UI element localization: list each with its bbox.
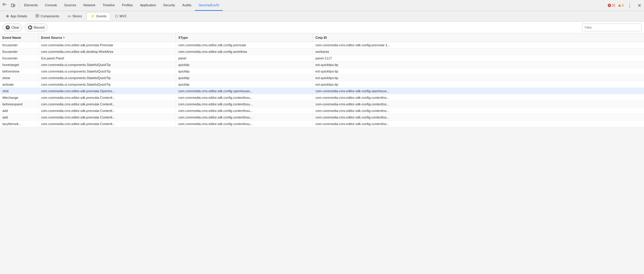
cell-event-name: focusenter	[0, 48, 39, 55]
cell-cmp-id: ext-quicktips-tip	[313, 75, 644, 81]
cell-event-source: com.coremedia.ui.components.StatefulQuic…	[39, 75, 176, 81]
cell-event-source: com.coremedia.cms.editor.sdk.premular.Pr…	[39, 42, 176, 48]
cell-event-source: com.coremedia.cms.editor.sdk.premular.Co…	[39, 121, 176, 127]
tab-sencha[interactable]: Sencha/ExtJS	[195, 0, 223, 11]
svg-rect-9	[38, 14, 39, 16]
cell-event-source: com.coremedia.cms.editor.sdk.premular.Co…	[39, 101, 176, 107]
inspect-element-button[interactable]	[1, 2, 8, 9]
tab-components[interactable]: Components	[32, 12, 63, 20]
top-nav-tabs: Elements Console Sources Network Timelin…	[21, 0, 608, 11]
svg-rect-0	[3, 4, 4, 5]
events-icon: ⚡	[90, 14, 95, 18]
tab-network[interactable]: Network	[80, 0, 99, 11]
table-row[interactable]: focusenter Ext.panel.Panel panel panel-1…	[0, 55, 644, 61]
tab-security[interactable]: Security	[160, 0, 179, 11]
col-header-event-source: Event Source ▾	[39, 33, 176, 41]
cell-xtype: quicktip	[176, 68, 313, 74]
svg-text:✕: ✕	[608, 4, 610, 7]
cell-event-source: com.coremedia.ui.components.StatefulQuic…	[39, 68, 176, 74]
svg-rect-11	[38, 16, 39, 18]
col-header-event-name: Event Name	[0, 33, 39, 41]
col-header-cmp-id: Cmp ID	[313, 33, 644, 41]
table-row[interactable]: add com.coremedia.cms.editor.sdk.premula…	[0, 107, 644, 114]
table-row[interactable]: show com.coremedia.ui.components.Statefu…	[0, 75, 644, 81]
tab-app-details[interactable]: ⊕ App Details	[2, 12, 31, 20]
more-options-button[interactable]: ⋮	[626, 2, 633, 9]
cell-event-name: titlechange	[0, 94, 39, 101]
table-row[interactable]: click com.coremedia.cms.editor.sdk.premu…	[0, 88, 644, 94]
tab-profiles[interactable]: Profiles	[118, 0, 137, 11]
record-icon	[28, 25, 32, 30]
tab-mvc[interactable]: ⬡ MVC	[112, 12, 130, 20]
cell-event-source: com.coremedia.ui.components.StatefulQuic…	[39, 61, 176, 68]
cell-xtype: com.coremedia.cms.editor.sdk.config.prem…	[176, 42, 313, 48]
cell-event-source: com.coremedia.cms.editor.sdk.desktop.Wor…	[39, 48, 176, 55]
table-row[interactable]: lazyItemsA... com.coremedia.cms.editor.s…	[0, 121, 644, 127]
sort-icon: ▾	[63, 36, 65, 39]
cell-event-name: lazyItemsA...	[0, 121, 39, 127]
cell-cmp-id: com-coremedia-cms-editor-sdk-config-prem…	[313, 42, 644, 48]
table-row[interactable]: focusenter com.coremedia.cms.editor.sdk.…	[0, 48, 644, 55]
warning-badge: ! 6	[618, 4, 624, 7]
tab-application[interactable]: Application	[137, 0, 160, 11]
table-row[interactable]: beforeshow com.coremedia.ui.components.S…	[0, 68, 644, 75]
svg-rect-8	[35, 14, 37, 16]
filter-input[interactable]	[582, 24, 642, 31]
table-row[interactable]: focusenter com.coremedia.cms.editor.sdk.…	[0, 42, 644, 48]
tab-console[interactable]: Console	[41, 0, 61, 11]
tab-stores[interactable]: ▭ Stores	[64, 12, 86, 20]
filter-wrap	[582, 24, 642, 31]
cell-cmp-id: com-coremedia-cms-editor-sdk-config-cont…	[313, 121, 644, 127]
close-devtools-button[interactable]: ✕	[636, 2, 643, 9]
cell-cmp-id: panel-1117	[313, 55, 644, 61]
table-row[interactable]: hovertarget com.coremedia.ui.components.…	[0, 61, 644, 68]
cell-cmp-id: com-coremedia-cms-editor-sdk-config-cont…	[313, 94, 644, 101]
col-header-xtype: XType	[176, 33, 313, 41]
panel-tabs: ⊕ App Details Components ▭ Stores ⚡ Even…	[0, 11, 644, 21]
cell-cmp-id: com-coremedia-cms-editor-sdk-config-cont…	[313, 101, 644, 107]
components-icon	[35, 14, 39, 19]
devtools-icons	[1, 2, 19, 9]
cell-event-source: com.coremedia.ui.components.StatefulQuic…	[39, 81, 176, 87]
tab-elements[interactable]: Elements	[21, 0, 41, 11]
cell-cmp-id: workarea	[313, 48, 644, 55]
cell-cmp-id: com-coremedia-cms-editor-sdk-config-open…	[313, 88, 644, 94]
cell-cmp-id: ext-quicktips-tip	[313, 68, 644, 74]
cell-event-name: focusenter	[0, 42, 39, 48]
cell-event-name: hovertarget	[0, 61, 39, 68]
cell-xtype: com.coremedia.cms.editor.sdk.config.cont…	[176, 101, 313, 107]
clear-icon: ✕	[6, 25, 10, 30]
table-row[interactable]: titlechange com.coremedia.cms.editor.sdk…	[0, 94, 644, 101]
app-details-icon: ⊕	[6, 14, 9, 18]
cell-xtype: quicktip	[176, 61, 313, 68]
table-header: Event Name Event Source ▾ XType Cmp ID	[0, 33, 644, 42]
tab-timeline[interactable]: Timeline	[99, 0, 118, 11]
cell-event-source: com.coremedia.cms.editor.sdk.premular.Co…	[39, 107, 176, 114]
clear-button[interactable]: ✕ Clear	[2, 23, 22, 32]
table-body: focusenter com.coremedia.cms.editor.sdk.…	[0, 42, 644, 274]
mvc-icon: ⬡	[115, 14, 118, 18]
cell-xtype: quicktip	[176, 81, 313, 87]
cell-xtype: quicktip	[176, 75, 313, 81]
cell-event-name: add	[0, 107, 39, 114]
table-row[interactable]: activate com.coremedia.ui.components.Sta…	[0, 81, 644, 88]
tab-audits[interactable]: Audits	[179, 0, 195, 11]
events-table: Event Name Event Source ▾ XType Cmp ID f…	[0, 33, 644, 274]
cell-event-name: focusenter	[0, 55, 39, 61]
device-toolbar-button[interactable]	[10, 2, 17, 9]
record-button[interactable]: Record	[25, 23, 47, 32]
top-nav-bar: Elements Console Sources Network Timelin…	[0, 0, 644, 11]
cell-cmp-id: ext-quicktips-tip	[313, 61, 644, 68]
svg-rect-10	[35, 16, 37, 18]
table-row[interactable]: add com.coremedia.cms.editor.sdk.premula…	[0, 114, 644, 121]
cell-event-name: beforeexpand	[0, 101, 39, 107]
events-toolbar: ✕ Clear Record	[0, 21, 644, 33]
tab-sources[interactable]: Sources	[61, 0, 80, 11]
table-row[interactable]: beforeexpand com.coremedia.cms.editor.sd…	[0, 101, 644, 107]
stores-icon: ▭	[68, 14, 71, 18]
cell-cmp-id: com-coremedia-cms-editor-sdk-config-cont…	[313, 114, 644, 120]
cell-event-name: activate	[0, 81, 39, 87]
svg-rect-2	[11, 4, 13, 7]
cell-event-source: Ext.panel.Panel	[39, 55, 176, 61]
tab-events[interactable]: ⚡ Events	[86, 12, 110, 20]
